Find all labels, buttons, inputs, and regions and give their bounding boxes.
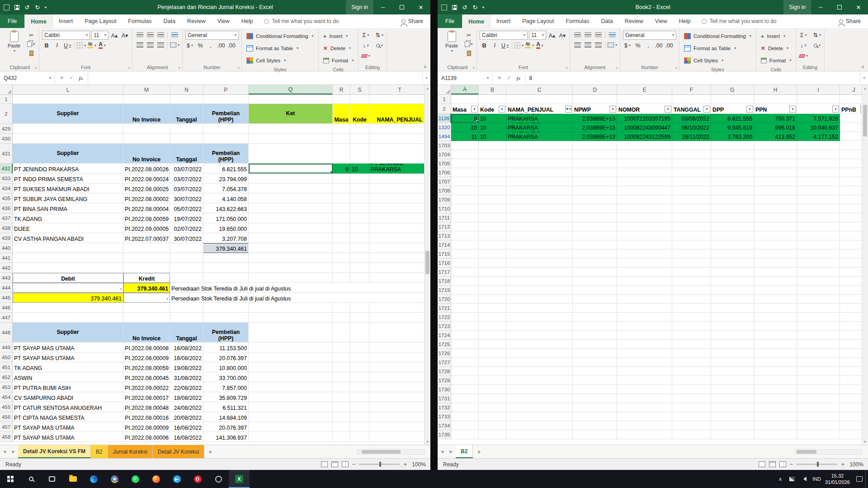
comma-style-button[interactable]: , — [206, 41, 215, 50]
cell-D1731[interactable] — [573, 394, 617, 403]
column-header-e[interactable]: E — [617, 85, 672, 94]
format-as-table-button[interactable]: Format as Table▾ — [682, 43, 753, 54]
cell-B1139[interactable]: 10 — [479, 114, 506, 123]
cell-A1733[interactable] — [451, 412, 479, 421]
cell-R453[interactable] — [333, 382, 350, 392]
redo-button[interactable]: ↻ — [470, 2, 480, 12]
cut-button[interactable]: ✂ — [26, 31, 36, 39]
taskbar-whatsapp-button[interactable]: ✆ — [125, 470, 146, 488]
cell-I1730[interactable] — [797, 385, 840, 394]
format-painter-button[interactable] — [464, 49, 474, 57]
cell-S456[interactable] — [350, 412, 369, 422]
cell-T434[interactable] — [369, 183, 430, 193]
save-button[interactable] — [449, 2, 459, 12]
cell-P434[interactable]: 7.054.378 — [203, 183, 249, 193]
align-right-button[interactable] — [594, 41, 603, 49]
network-tray-button[interactable] — [786, 470, 798, 488]
cell-R429[interactable] — [333, 124, 350, 134]
cell-I2[interactable]: ▾ — [797, 104, 840, 114]
cell-G1494[interactable]: 3.763.200 — [711, 132, 754, 141]
cell-D1732[interactable] — [573, 403, 617, 412]
cell-B1733[interactable] — [479, 412, 506, 421]
sheet-tab-detail-jv-koreksi-vs-fm[interactable]: Detail JV Koreksi VS FM — [18, 445, 91, 458]
row-header-1724[interactable]: 1724 — [438, 331, 451, 340]
filter-button-b[interactable]: ▾ — [499, 106, 505, 113]
cell-D1735[interactable] — [573, 430, 617, 439]
cell-Q446[interactable] — [249, 303, 333, 313]
cell-E1709[interactable] — [617, 195, 672, 204]
cell-S432[interactable]: 10 — [350, 164, 369, 174]
cell-N441[interactable] — [170, 253, 203, 263]
cell-I1707[interactable] — [797, 177, 840, 186]
cell-M457[interactable]: PI.2022.08.00009 — [123, 422, 170, 432]
cell-A1722[interactable] — [451, 313, 479, 322]
save-button[interactable] — [12, 2, 22, 12]
italic-button[interactable]: I — [52, 41, 61, 50]
cell-C1711[interactable] — [506, 213, 573, 222]
cell-G1724[interactable] — [711, 331, 754, 340]
cell-P439[interactable]: 3.207.708 — [203, 233, 249, 243]
taskbar-file-explorer-button[interactable] — [62, 470, 83, 488]
cell-R2[interactable]: Masa — [333, 104, 350, 124]
cell-R439[interactable] — [333, 233, 350, 243]
cell-H1722[interactable] — [754, 313, 797, 322]
cell-I1727[interactable] — [797, 358, 840, 367]
cell-D1721[interactable] — [573, 304, 617, 313]
cell-G1721[interactable] — [711, 304, 754, 313]
cell-R441[interactable] — [333, 253, 350, 263]
share-button[interactable]: Share — [832, 14, 868, 28]
cell-R450[interactable] — [333, 352, 350, 362]
row-header-435[interactable]: 435 — [0, 193, 13, 203]
cell-L441[interactable] — [13, 253, 123, 263]
customize-quick-access-button[interactable]: ▾ — [43, 2, 48, 12]
cell-E1707[interactable] — [617, 177, 672, 186]
cell-D1715[interactable] — [573, 249, 617, 258]
cell-A1715[interactable] — [451, 249, 479, 258]
cell-N446[interactable] — [170, 303, 203, 313]
cell-R448[interactable] — [333, 323, 350, 343]
cell-P446[interactable] — [203, 303, 249, 313]
align-left-button[interactable] — [135, 41, 144, 49]
cell-Q458[interactable] — [249, 432, 333, 442]
fill-handle[interactable] — [476, 120, 479, 123]
decrease-decimal-button[interactable]: .00 — [227, 41, 236, 50]
cell-P1[interactable] — [203, 95, 249, 104]
align-top-button[interactable] — [135, 31, 144, 39]
cell-S450[interactable] — [350, 352, 369, 362]
cell-I1[interactable] — [797, 95, 840, 104]
cell-A1725[interactable] — [451, 340, 479, 349]
percent-style-button[interactable]: % — [633, 41, 642, 50]
cell-B1717[interactable] — [479, 267, 506, 277]
cell-A1732[interactable] — [451, 403, 479, 412]
insert-cells-button[interactable]: +Insert▾ — [759, 31, 793, 42]
align-top-button[interactable] — [573, 31, 582, 39]
cell-H1728[interactable] — [754, 367, 797, 376]
find-select-button[interactable]: ▾ — [812, 41, 821, 50]
cell-L447[interactable] — [13, 313, 123, 323]
cell-S458[interactable] — [350, 432, 369, 442]
cell-T451[interactable] — [369, 362, 430, 372]
italic-button[interactable]: I — [490, 41, 499, 50]
align-middle-button[interactable] — [583, 31, 592, 39]
cell-G1727[interactable] — [711, 358, 754, 367]
cell-G1139[interactable]: 6.821.555 — [711, 114, 754, 123]
cell-I1735[interactable] — [797, 430, 840, 439]
cell-N443[interactable] — [170, 273, 203, 283]
dialog-launcher-alignment[interactable]: ↘ — [177, 65, 181, 70]
cell-F1731[interactable] — [672, 394, 711, 403]
row-header-1729[interactable]: 1729 — [438, 376, 451, 385]
row-header-1717[interactable]: 1717 — [438, 267, 451, 277]
cell-N450[interactable]: 16/08/2022 — [170, 352, 203, 362]
cell-A1703[interactable] — [451, 141, 479, 150]
select-all-button[interactable] — [0, 85, 13, 94]
merge-center-button[interactable]: ▾ — [170, 41, 179, 49]
cell-E1727[interactable] — [617, 358, 672, 367]
row-header-1718[interactable]: 1718 — [438, 277, 451, 286]
cell-H1712[interactable] — [754, 222, 797, 231]
cell-A1718[interactable] — [451, 277, 479, 286]
cell-C1139[interactable]: PT JENINDO PRAKARSA — [506, 114, 573, 123]
row-header-437[interactable]: 437 — [0, 213, 13, 223]
cell-C2[interactable]: NAMA_PENJUAL▾ — [506, 104, 573, 114]
merge-center-button[interactable]: ▾ — [608, 41, 617, 49]
dialog-launcher-font[interactable]: ↘ — [127, 65, 131, 70]
